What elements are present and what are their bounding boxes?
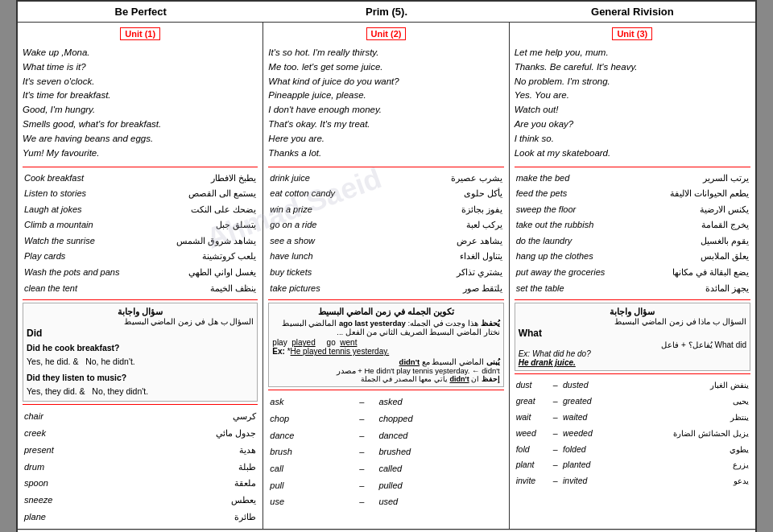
col3-line-6: Are you okay? (515, 118, 750, 132)
unit1-badge-wrap: Unit (1) (23, 26, 258, 43)
col3-line-4: Yes. You are. (515, 89, 750, 103)
column-3: Unit (3) Let me help you, mum. Thanks. B… (510, 23, 755, 529)
unit2-badge: Unit (2) (366, 27, 407, 40)
table-row: drink juiceيشرب عصيرة (270, 171, 502, 186)
table-row: go on a rideيركب لعبة (270, 218, 502, 233)
col2-neg-note: He didn't play tennis yesterday. ← didn'… (272, 366, 499, 375)
list-item: plant – planted يزرع (516, 458, 749, 472)
col1-qa-2: Did they listen to music? Yes, they did.… (27, 371, 254, 398)
col3-line-7: I think so. (515, 132, 750, 146)
unit2-badge-wrap: Unit (2) (268, 26, 503, 43)
list-item: presentهدية (24, 443, 256, 458)
table-row: Play cardsيلعب كروتشينة (24, 250, 256, 264)
list-item: ask–asked (270, 394, 502, 410)
col3-line-3: No problem. I'm strong. (515, 75, 750, 89)
col2-divider1 (268, 167, 503, 167)
table-row: have lunchيتناول الغداء (270, 250, 502, 264)
column-2: Unit (2) It's so hot. I'm really thirsty… (263, 23, 509, 529)
table-row: hang up the clothesيعلق الملابس (516, 250, 749, 264)
table-row: take out the rubbishيخرج القمامة (516, 218, 749, 233)
table-row: Wash the pots and pansيغسل اواني الطهي (24, 266, 256, 280)
col2-neg-note2: إحفظ ان didn't يأتي معها المصدر في الجمل… (272, 375, 499, 383)
table-row: put away the groceriesيضع البقالة في مكا… (516, 266, 749, 280)
table-row: Listen to storiesيستمع الى القصص (24, 187, 256, 201)
list-item: wait – waited ينتظر (516, 410, 749, 425)
list-item: great – greated يحيى (516, 394, 749, 409)
col3-line-2: Thanks. Be careful. It's heavy. (515, 60, 750, 75)
col1-dialogue: Wake up ,Mona. What time is it? It's sev… (23, 46, 258, 164)
col3-grammar-ans: He drank juice. (519, 358, 746, 367)
table-row: make the bedيرتب السرير (516, 171, 749, 186)
col2-grammar-note1: يُحفظ هذا وجدت في الجمله: ago last yeste… (272, 319, 499, 328)
col1-grammar-form: Did (27, 328, 254, 339)
col2-neg-title: يُبنى الماضي البسيط مع didn't (272, 357, 499, 366)
col3-line-5: Watch out! (515, 103, 750, 118)
col2-divider3 (268, 390, 503, 390)
table-row: feed the petsيطعم الحيوانات الاليفة (516, 187, 749, 201)
list-item: spoonملعقة (24, 476, 256, 491)
list-item: dance–danced (270, 428, 502, 443)
unit3-badge-wrap: Unit (3) (515, 26, 750, 43)
list-item: fold – folded يطوي (516, 443, 749, 457)
col2-dialogue: It's so hot. I'm really thirsty. Me too.… (268, 46, 503, 164)
header-col3: General Rivision (510, 4, 755, 19)
list-item: call–called (270, 461, 502, 476)
col1-divider2 (23, 299, 258, 300)
list-item: sneezeيعطس (24, 493, 256, 508)
header-col1: Be Perfect (18, 4, 263, 19)
col1-line-7: We are having beans and eggs. (23, 132, 258, 146)
list-item: chop–chopped (270, 411, 502, 427)
col1-line-2: What time is it? (23, 60, 258, 75)
table-row: Cook breakfastيطبخ الافطار (24, 171, 256, 186)
table-row: Laugh at jokesيضحك على النكت (24, 203, 256, 217)
list-item: drumطبلة (24, 460, 256, 475)
main-page: Ahmad Saeid Be Perfect Prim (5). General… (16, 0, 757, 532)
col1-line-6: Smells good, what's for breakfast. (23, 118, 258, 132)
col3-grammar-title: سؤال واجابة (519, 307, 746, 317)
header-col2: Prim (5). (263, 4, 509, 19)
list-item: dust – dusted ينفض الغبار (516, 378, 749, 393)
table-row: set the tableيجهز المائدة (516, 282, 749, 296)
col2-divider2 (268, 299, 503, 300)
col3-divider1 (515, 167, 750, 167)
list-item: brush–brushed (270, 444, 502, 460)
col1-line-8: Yum! My favourite. (23, 146, 258, 161)
col2-vocab: drink juiceيشرب عصيرة eat cotton candyيأ… (268, 170, 503, 298)
unit1-badge: Unit (1) (120, 27, 160, 40)
table-row: take picturesيلتقط صور (270, 282, 502, 296)
table-row: Watch the sunriseيشاهد شروق الشمس (24, 234, 256, 249)
table-row: buy ticketsيشتري تذاكر (270, 266, 502, 280)
list-item: weed – weeded يزيل الحشائش الضارة (516, 427, 749, 441)
col2-verbs: ask–asked chop–chopped dance–danced brus… (268, 393, 503, 511)
col1-words: chairكرسي creekجدول مائي presentهدية dru… (23, 407, 258, 526)
list-item: creekجدول مائي (24, 426, 256, 441)
col2-line-4: Pineapple juice, please. (268, 89, 503, 103)
col2-line-3: What kind of juice do you want? (268, 75, 503, 89)
table-row: win a prizeيفوز بجائزة (270, 203, 502, 217)
col2-line-5: I don't have enough money. (268, 103, 503, 118)
col3-grammar-ex: Ex: What did he do? (519, 349, 746, 358)
col2-line-2: Me too. let's get some juice. (268, 60, 503, 75)
col2-grammar-title: تكوين الجمله في زمن الماضي البسيط (272, 307, 499, 317)
col2-line-8: Thanks a lot. (268, 146, 503, 161)
col3-line-1: Let me help you, mum. (515, 46, 750, 60)
col1-grammar-note: السؤال ب هل في زمن الماضي البسيط (27, 317, 254, 326)
list-item: pull–pulled (270, 478, 502, 493)
col3-line-8: Look at my skateboard. (515, 146, 750, 161)
col2-grammar-forms: play played go went (272, 338, 499, 347)
col3-vocab: make the bedيرتب السرير feed the petsيطع… (515, 170, 750, 298)
table-row: sweep the floorيكنس الارضية (516, 203, 749, 217)
col1-line-5: Good, I'm hungry. (23, 103, 258, 118)
col1-qa-1: Did he cook breakfast? Yes, he did. & No… (27, 341, 254, 369)
col3-grammar-form: What (519, 328, 746, 339)
unit3-badge: Unit (3) (612, 27, 652, 40)
col2-grammar-ex: Ex: *He played tennis yesterday. (272, 347, 499, 356)
table-row: do the laundryيقوم بالغسيل (516, 234, 749, 249)
main-columns: Unit (1) Wake up ,Mona. What time is it?… (18, 23, 755, 530)
list-item: use–used (270, 494, 502, 509)
col3-dialogue: Let me help you, mum. Thanks. Be careful… (515, 46, 750, 164)
table-row: see a showيشاهد عرض (270, 234, 502, 249)
table-row: eat cotton candyيأكل حلوى (270, 187, 502, 201)
col1-grammar-title: سؤال واجابة (27, 307, 254, 317)
col1-divider3 (23, 404, 258, 405)
